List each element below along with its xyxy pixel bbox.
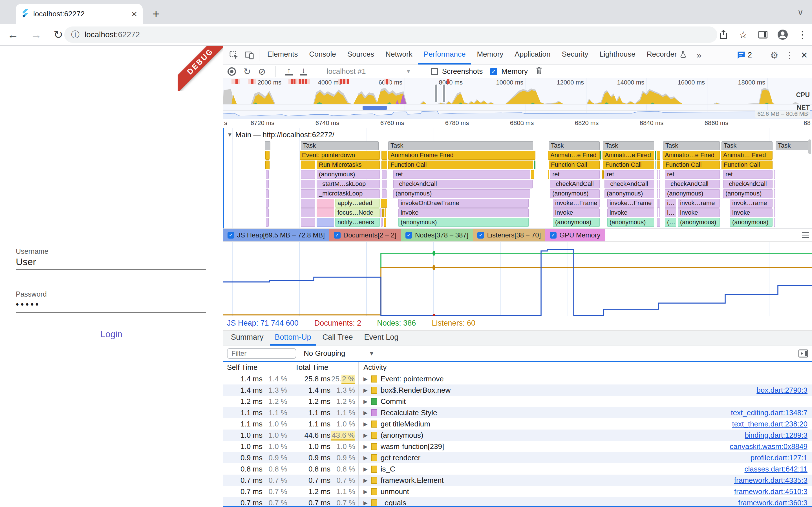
table-row[interactable]: 1.1 ms1.1 %1.1 ms1.1 %▶Recalculate Style…: [223, 407, 812, 418]
flame-bar[interactable]: [659, 170, 660, 179]
flame-bar[interactable]: [774, 180, 775, 188]
bottom-tab-bottom-up[interactable]: Bottom-Up: [270, 331, 316, 346]
flame-bar[interactable]: [265, 161, 269, 169]
table-row[interactable]: 0.7 ms0.7 %0.7 ms0.7 %▶framework.Element…: [223, 474, 812, 486]
flame-bar[interactable]: [385, 209, 386, 217]
password-field[interactable]: •••••: [16, 300, 41, 309]
flame-bar[interactable]: [301, 199, 315, 208]
table-row[interactable]: 1.4 ms1.3 %1.4 ms1.3 %▶box$.RenderBox.ne…: [223, 385, 812, 396]
expand-caret-icon[interactable]: ▶: [363, 489, 368, 495]
flame-bar[interactable]: [659, 180, 660, 188]
legend-checkbox[interactable]: ✓: [477, 232, 484, 238]
tab-elements[interactable]: Elements: [262, 46, 303, 64]
flame-bar[interactable]: _checkAndCall: [550, 180, 600, 188]
tab-search-chevron-icon[interactable]: ∨: [797, 7, 804, 17]
source-link[interactable]: framework.dart:4510:3: [734, 487, 812, 496]
flame-bar[interactable]: [301, 180, 315, 188]
expand-caret-icon[interactable]: ▶: [363, 376, 368, 382]
flame-bar[interactable]: [317, 199, 334, 208]
show-sidebar-icon[interactable]: [799, 349, 808, 358]
flame-bar[interactable]: Task: [603, 142, 654, 150]
flame-bar[interactable]: Animati…e Fired: [548, 151, 600, 160]
flame-bar[interactable]: Task: [776, 142, 810, 150]
expand-caret-icon[interactable]: ▶: [363, 455, 368, 461]
screenshots-checkbox[interactable]: [431, 68, 438, 75]
flame-bar[interactable]: [774, 218, 775, 227]
flame-bar[interactable]: [657, 161, 660, 169]
flame-bar[interactable]: (anonymous): [550, 189, 600, 198]
inspect-element-icon[interactable]: [229, 46, 239, 64]
flame-bar[interactable]: [301, 189, 315, 198]
table-row[interactable]: 1.1 ms1.0 %1.1 ms1.0 %▶get titleMediumte…: [223, 418, 812, 430]
flame-bar[interactable]: [657, 209, 658, 217]
flame-bar[interactable]: invoke: [678, 209, 720, 217]
table-row[interactable]: 1.0 ms1.0 %1.0 ms1.0 %▶wasm-function[239…: [223, 441, 812, 452]
flame-bar[interactable]: _microtaskLoop: [317, 189, 380, 198]
flame-bar[interactable]: [548, 170, 549, 179]
table-row[interactable]: 1.0 ms1.0 %44.6 ms43.6 %▶(anonymous)bind…: [223, 430, 812, 441]
flame-bar[interactable]: invoke: [553, 209, 600, 217]
flame-bar[interactable]: [266, 218, 269, 227]
expand-caret-icon[interactable]: ▶: [363, 500, 368, 506]
legend-checkbox[interactable]: ✓: [227, 232, 234, 238]
flame-bar[interactable]: (anonymous): [553, 218, 600, 227]
flame-bar[interactable]: Task: [721, 142, 772, 150]
flame-bar[interactable]: [382, 180, 387, 188]
devtools-close-icon[interactable]: ×: [801, 49, 808, 61]
timeline-overview[interactable]: 2000 ms4000 ms6000 ms8000 ms10000 ms1200…: [223, 78, 812, 119]
table-row[interactable]: 0.7 ms0.7 %0.7 ms0.7 %▶_equalsframework.…: [223, 497, 812, 507]
username-field[interactable]: User: [16, 256, 36, 267]
flame-bar[interactable]: (anonymous): [607, 218, 654, 227]
flame-bar[interactable]: [265, 151, 269, 160]
flame-bar[interactable]: focus…Node: [335, 209, 380, 217]
flame-bar[interactable]: [659, 209, 660, 217]
browser-tab[interactable]: localhost:62272 ×: [16, 4, 143, 24]
flame-bar[interactable]: invoke…Frame: [607, 199, 654, 208]
legend-checkbox[interactable]: ✓: [334, 232, 341, 238]
flame-bar[interactable]: (anonymous): [317, 170, 380, 179]
source-link[interactable]: framework.dart:360:3: [738, 499, 812, 507]
tab-lighthouse[interactable]: Lighthouse: [594, 46, 641, 64]
flame-bar[interactable]: Function Call: [663, 161, 720, 169]
tab-performance[interactable]: Performance: [418, 46, 471, 64]
source-link[interactable]: text_theme.dart:238:20: [732, 420, 812, 429]
legend-chip[interactable]: ✓Nodes[378 – 387]: [401, 229, 473, 241]
flame-bar[interactable]: ret: [393, 170, 530, 179]
flame-bar[interactable]: [381, 218, 383, 227]
profile-select[interactable]: localhost #1 ▼: [327, 67, 411, 76]
tab-network[interactable]: Network: [380, 46, 418, 64]
flame-bar[interactable]: _checkAndCall: [605, 180, 654, 188]
flame-bar[interactable]: [774, 170, 775, 179]
flame-bar[interactable]: [301, 218, 315, 227]
flame-bar[interactable]: Function Call: [388, 161, 533, 169]
legend-checkbox[interactable]: ✓: [405, 232, 412, 238]
flame-bar[interactable]: [266, 180, 269, 188]
flame-bar[interactable]: [265, 142, 270, 150]
table-row[interactable]: 0.9 ms0.9 %0.9 ms0.9 %▶get rendererprofi…: [223, 452, 812, 463]
flame-bar[interactable]: [266, 170, 269, 179]
flame-bar[interactable]: invoke: [398, 209, 529, 217]
load-profile-button[interactable]: ↑: [285, 67, 293, 75]
legend-checkbox[interactable]: ✓: [550, 232, 557, 238]
flame-bar[interactable]: Task: [388, 142, 533, 150]
flame-bar[interactable]: invoke: [730, 209, 772, 217]
flame-bar[interactable]: Task: [549, 142, 600, 150]
site-info-icon[interactable]: ⓘ: [71, 29, 80, 41]
flame-bar[interactable]: [774, 209, 775, 217]
source-link[interactable]: text_editing.dart:1348:7: [731, 408, 812, 417]
flame-bar[interactable]: invoke…Frame: [553, 199, 600, 208]
flame-bar[interactable]: _checkAndCall: [393, 180, 532, 188]
flame-bar[interactable]: [602, 170, 604, 179]
table-row[interactable]: 0.8 ms0.8 %0.8 ms0.8 %▶is_Cclasses.dart:…: [223, 463, 812, 474]
flame-bar[interactable]: _startM…skLoop: [317, 180, 380, 188]
flame-bar[interactable]: ret: [550, 170, 600, 179]
tab-recorder[interactable]: Recorder: [641, 46, 692, 64]
flame-bar[interactable]: [382, 161, 387, 169]
flame-bar[interactable]: (anonymous): [723, 189, 772, 198]
flame-bar[interactable]: ret: [665, 170, 720, 179]
flame-scrollbar-thumb[interactable]: [808, 139, 811, 154]
address-bar[interactable]: ⓘ localhost :62272: [64, 26, 717, 43]
flame-bar[interactable]: invok…rame: [730, 199, 772, 208]
flame-bar[interactable]: [657, 218, 660, 227]
flame-bar[interactable]: invoke: [607, 209, 654, 217]
